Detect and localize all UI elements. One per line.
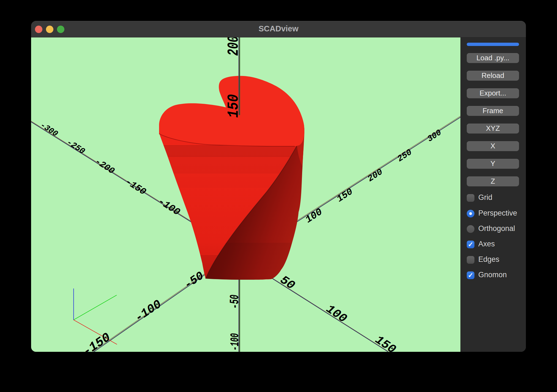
svg-text:-100: -100 xyxy=(132,297,164,325)
svg-text:200: 200 xyxy=(366,167,384,184)
svg-text:-50: -50 xyxy=(228,295,242,309)
svg-text:-100: -100 xyxy=(156,195,182,218)
svg-text:-150: -150 xyxy=(80,330,113,352)
svg-text:100: 100 xyxy=(303,206,324,225)
svg-text:-300: -300 xyxy=(39,121,59,139)
svg-text:-150: -150 xyxy=(123,176,148,197)
svg-text:100: 100 xyxy=(324,302,350,326)
svg-text:150: 150 xyxy=(335,186,355,204)
svg-text:50: 50 xyxy=(278,273,297,293)
svg-text:150: 150 xyxy=(373,333,398,352)
svg-text:150: 150 xyxy=(225,94,243,118)
svg-text:-250: -250 xyxy=(65,137,87,156)
svg-text:-100: -100 xyxy=(228,333,242,350)
svg-text:200: 200 xyxy=(225,37,242,56)
svg-text:250: 250 xyxy=(395,147,414,164)
